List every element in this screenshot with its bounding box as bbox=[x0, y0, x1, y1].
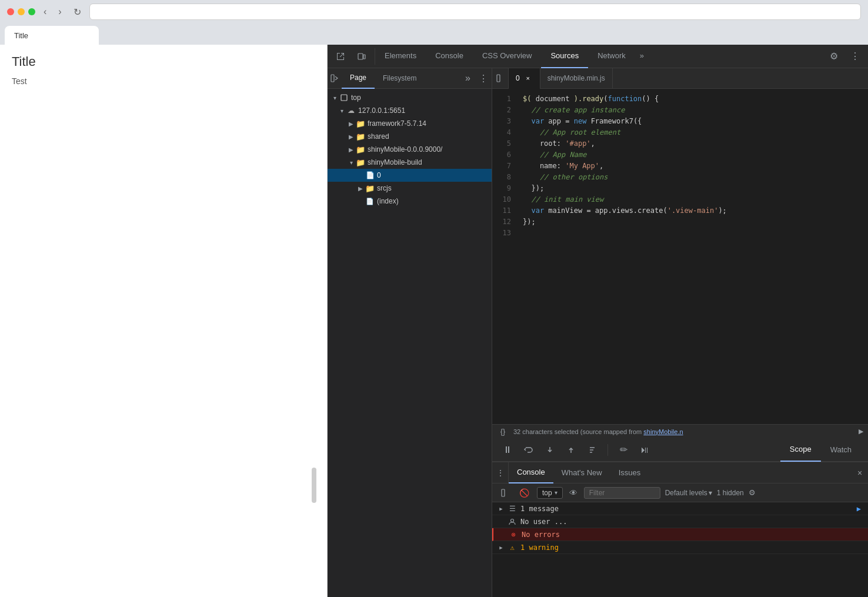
cloud-icon: ☁ bbox=[346, 106, 356, 115]
msg-expand-1[interactable]: ▶ bbox=[497, 505, 505, 513]
tree-item-smbuild[interactable]: ▾ 📁 shinyMobile-build bbox=[328, 156, 492, 169]
console-toolbar: 🚫 top ▾ 👁 Default levels ▾ 1 hidden bbox=[492, 483, 868, 502]
maximize-dot[interactable] bbox=[28, 8, 35, 15]
msg-expand-errors bbox=[498, 531, 506, 539]
console-sidebar-icon[interactable] bbox=[497, 485, 513, 501]
console-tab-whatsnew[interactable]: What's New bbox=[553, 462, 610, 483]
tree-item-index[interactable]: 📄 (index) bbox=[328, 195, 492, 208]
refresh-button[interactable]: ↻ bbox=[70, 5, 85, 19]
url-bar[interactable] bbox=[89, 4, 861, 20]
tree-label-0: 0 bbox=[377, 171, 381, 179]
msg-expand-warning[interactable]: ▶ bbox=[497, 543, 505, 552]
status-link[interactable]: shinyMobile.n bbox=[643, 428, 683, 435]
code-line-7: name: 'My App', bbox=[523, 161, 861, 172]
more-options-icon[interactable]: ⋮ bbox=[847, 48, 863, 65]
sources-sidebar: Page Filesystem » ⋮ ▾ bbox=[328, 68, 492, 597]
editor-tab-0[interactable]: 0 × bbox=[509, 68, 540, 89]
pause-button[interactable]: ⏸ bbox=[499, 442, 516, 458]
console-tab-issues[interactable]: Issues bbox=[610, 462, 649, 483]
console-tab-menu-button[interactable]: ⋮ bbox=[492, 462, 509, 483]
user-icon bbox=[508, 517, 517, 526]
code-area[interactable]: $( document ).ready(function() { // crea… bbox=[516, 89, 868, 424]
tree-item-top[interactable]: ▾ top bbox=[328, 91, 492, 104]
console-msg-warning[interactable]: ▶ ⚠ 1 warning bbox=[492, 541, 868, 554]
step-over-button[interactable] bbox=[520, 442, 537, 458]
close-dot[interactable] bbox=[7, 8, 14, 15]
tab-filesystem[interactable]: Filesystem bbox=[375, 68, 425, 89]
tab-more[interactable]: » bbox=[635, 45, 649, 68]
format-button[interactable]: {} bbox=[497, 426, 509, 438]
console-hidden-count[interactable]: 1 hidden bbox=[717, 489, 744, 497]
console-eye-icon[interactable]: 👁 bbox=[565, 485, 582, 501]
scope-tab[interactable]: Scope bbox=[780, 438, 821, 462]
svg-rect-3 bbox=[341, 95, 347, 101]
pause-exceptions-button[interactable]: ⏯ bbox=[636, 442, 653, 458]
console-levels-dropdown[interactable]: Default levels ▾ bbox=[665, 489, 712, 497]
tab-css-overview[interactable]: CSS Overview bbox=[473, 45, 542, 68]
back-button[interactable]: ‹ bbox=[40, 5, 50, 18]
tree-arrow-smbuild: ▾ bbox=[346, 158, 356, 167]
sidebar-collapse-icon[interactable] bbox=[328, 68, 342, 89]
tab-sources[interactable]: Sources bbox=[541, 45, 588, 68]
console-msg-1message[interactable]: ▶ ☰ 1 message ▶ bbox=[492, 502, 868, 515]
svg-rect-4 bbox=[497, 75, 500, 82]
svg-rect-2 bbox=[331, 75, 334, 82]
tab-elements[interactable]: Elements bbox=[375, 45, 426, 68]
forward-button[interactable]: › bbox=[55, 5, 65, 18]
tree-item-0[interactable]: 📄 0 bbox=[328, 169, 492, 182]
console-messages: ▶ ☰ 1 message ▶ bbox=[492, 502, 868, 597]
sources-tabs: Page Filesystem » ⋮ bbox=[328, 68, 492, 89]
code-content: 12345 678910 111213 $( document ).ready(… bbox=[492, 89, 868, 424]
scrollbar[interactable] bbox=[312, 468, 316, 503]
step-out-button[interactable] bbox=[563, 442, 579, 458]
editor-sidebar-toggle[interactable] bbox=[492, 68, 509, 89]
tree-item-shinymobile0[interactable]: ▶ 📁 shinyMobile-0.0.0.9000/ bbox=[328, 143, 492, 156]
breakpoints-button[interactable]: ✏ bbox=[615, 442, 632, 458]
console-settings-icon[interactable]: ⚙ bbox=[746, 487, 758, 499]
tree-item-localhost[interactable]: ▾ ☁ 127.0.0.1:5651 bbox=[328, 104, 492, 117]
step-button[interactable] bbox=[584, 442, 600, 458]
msg-text-nouser: No user ... bbox=[520, 518, 863, 526]
tab-console[interactable]: Console bbox=[426, 45, 473, 68]
tree-arrow-index bbox=[356, 196, 365, 206]
msg-text-1message: 1 message bbox=[520, 505, 857, 513]
tree-label-fw7: framework7-5.7.14 bbox=[368, 119, 426, 128]
editor-tab-0-close[interactable]: × bbox=[523, 74, 533, 83]
file-tree: ▾ top ▾ ☁ 127.0.0.1:5651 bbox=[328, 89, 492, 597]
code-line-1: $( document ).ready(function() { bbox=[523, 94, 861, 105]
editor-tabs: 0 × shinyMobile.min.js bbox=[492, 68, 868, 89]
watch-tab[interactable]: Watch bbox=[821, 438, 861, 462]
tree-item-shared[interactable]: ▶ 📁 shared bbox=[328, 130, 492, 143]
code-line-9: }); bbox=[523, 183, 861, 194]
console-msg-noerrors[interactable]: ⊗ No errors bbox=[492, 528, 868, 541]
inspect-element-icon[interactable] bbox=[332, 48, 349, 65]
browser-tab[interactable]: Title bbox=[5, 26, 99, 45]
tab-network[interactable]: Network bbox=[588, 45, 635, 68]
console-context-arrow[interactable]: ▾ bbox=[555, 489, 557, 496]
device-toggle-icon[interactable] bbox=[353, 48, 370, 65]
tree-label-localhost: 127.0.0.1:5651 bbox=[358, 106, 405, 115]
settings-icon[interactable]: ⚙ bbox=[826, 48, 842, 65]
devtools-tabs: Elements Console CSS Overview Sources Ne… bbox=[375, 45, 821, 68]
tree-item-srcjs[interactable]: ▶ 📁 srcjs bbox=[328, 182, 492, 195]
code-line-4: // App root element bbox=[523, 127, 861, 138]
tab-page[interactable]: Page bbox=[342, 68, 375, 89]
console-clear-icon[interactable]: 🚫 bbox=[516, 485, 532, 501]
code-line-12: var mainView = app.views.create('.view-m… bbox=[523, 205, 861, 216]
step-into-button[interactable] bbox=[542, 442, 558, 458]
tree-label-shared: shared bbox=[368, 132, 389, 141]
editor-tab-shinymobile[interactable]: shinyMobile.min.js bbox=[540, 68, 613, 89]
file-icon-index: 📄 bbox=[365, 196, 375, 206]
console-filter-input[interactable] bbox=[584, 487, 660, 499]
console-tab-console[interactable]: Console bbox=[509, 462, 553, 483]
browser-tab-title: Title bbox=[14, 31, 28, 40]
webpage-panel: Title Test bbox=[0, 45, 328, 597]
console-close-button[interactable]: × bbox=[852, 462, 868, 483]
console-msg-nouser[interactable]: No user ... bbox=[492, 515, 868, 528]
sources-tab-more[interactable]: » bbox=[460, 73, 475, 84]
browser-tabs-row: Title bbox=[0, 24, 868, 45]
tree-item-framework7[interactable]: ▶ 📁 framework7-5.7.14 bbox=[328, 117, 492, 130]
minimize-dot[interactable] bbox=[18, 8, 25, 15]
sources-tab-menu[interactable]: ⋮ bbox=[475, 73, 492, 84]
status-scroll-right[interactable]: ▶ bbox=[859, 428, 863, 435]
